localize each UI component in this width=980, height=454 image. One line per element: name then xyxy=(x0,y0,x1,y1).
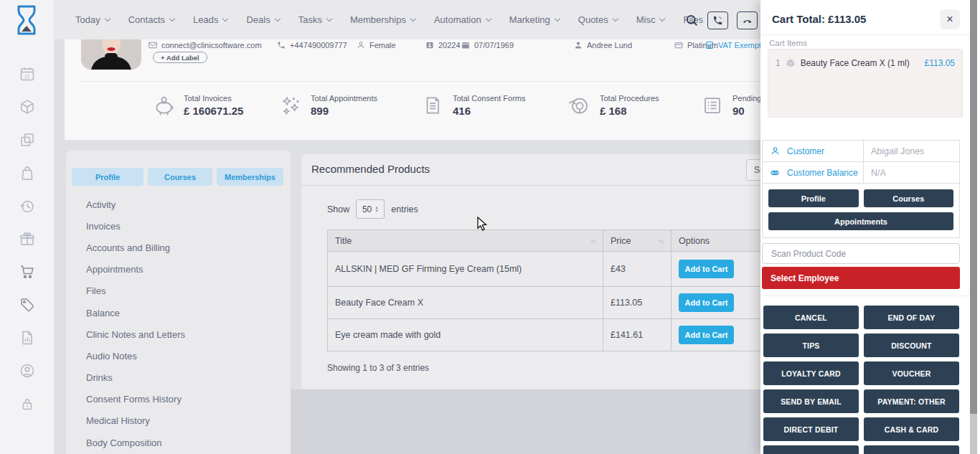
history-icon[interactable] xyxy=(19,197,36,214)
stat-value: 899 xyxy=(311,105,377,117)
hangup-button[interactable] xyxy=(737,11,758,29)
end-of-day-button[interactable]: END OF DAY xyxy=(864,306,959,329)
window-scrollbar[interactable] xyxy=(970,0,977,454)
menu-item-consent-forms-history[interactable]: Consent Forms History xyxy=(66,389,291,410)
shopping-bag-icon[interactable] xyxy=(19,164,36,181)
svg-text:12: 12 xyxy=(24,74,30,79)
entries-label: entries xyxy=(391,204,418,214)
send-by-email-button[interactable]: SEND BY EMAIL xyxy=(763,389,859,413)
cart-item-name: Beauty Face Cream X (1 ml) xyxy=(801,58,920,68)
tips-button[interactable]: TIPS xyxy=(763,334,859,357)
customer-balance-row[interactable]: Customer Balance N/A xyxy=(763,162,959,184)
report-icon[interactable] xyxy=(19,329,36,346)
direct-debit-button[interactable]: DIRECT DEBIT xyxy=(763,417,859,441)
tab-profile[interactable]: Profile xyxy=(72,168,143,186)
sort-icon[interactable]: ↑↓ xyxy=(659,237,664,245)
icon-sidebar: 12 xyxy=(0,0,54,454)
nav-automation[interactable]: Automation xyxy=(434,14,491,25)
tag-icon[interactable] xyxy=(19,296,36,313)
cart-courses-button[interactable]: Courses xyxy=(864,189,954,207)
app-logo[interactable] xyxy=(12,4,41,36)
product-title: Beauty Face Cream X xyxy=(328,287,603,318)
nav-misc[interactable]: Misc xyxy=(636,14,665,25)
search-icon[interactable] xyxy=(685,14,699,27)
nav-marketing[interactable]: Marketing xyxy=(509,14,560,25)
product-price: £141.61 xyxy=(603,319,672,351)
calendar-icon[interactable]: 12 xyxy=(19,65,36,82)
nav-quotes[interactable]: Quotes xyxy=(578,14,618,25)
column-title[interactable]: Title↑↓ xyxy=(328,230,603,251)
add-to-cart-button[interactable]: Add to Cart xyxy=(679,293,734,312)
page-size-select[interactable]: 50 ▲▼ xyxy=(356,199,385,219)
menu-item-activity[interactable]: Activity xyxy=(66,194,291,215)
sort-icon[interactable]: ↑↓ xyxy=(590,237,595,245)
cube-icon[interactable] xyxy=(19,98,36,115)
scan-product-code-input[interactable] xyxy=(762,243,960,264)
page-size-row: Show 50 ▲▼ entries xyxy=(327,199,418,219)
customer-row[interactable]: Customer Abigail Jones xyxy=(763,141,959,162)
cart-divider xyxy=(760,34,970,35)
menu-item-medical-history[interactable]: Medical History xyxy=(66,410,291,432)
phone-icon xyxy=(277,41,286,49)
cart-item[interactable]: 1 Beauty Face Cream X (1 ml) £113.05 xyxy=(768,49,962,68)
menu-item-audio-notes[interactable]: Audio Notes xyxy=(66,345,291,366)
menu-item-files[interactable]: Files xyxy=(66,280,291,302)
cash-and-card-button[interactable]: CASH & CARD xyxy=(864,417,959,441)
menu-item-drinks[interactable]: Drinks xyxy=(66,367,291,389)
cart-appointments-button[interactable]: Appointments xyxy=(768,212,953,230)
cart-item-qty: 1 xyxy=(776,58,781,68)
column-price[interactable]: Price↑↓ xyxy=(603,230,672,251)
cart-action-button-partial[interactable] xyxy=(763,445,859,454)
cart-icon[interactable] xyxy=(19,263,36,280)
payment-other-button[interactable]: PAYMENT: OTHER xyxy=(864,389,959,413)
gift-icon[interactable] xyxy=(19,230,36,247)
menu-item-body-composition[interactable]: Body Composition xyxy=(66,432,291,453)
chevron-down-icon xyxy=(274,15,280,21)
product-price: £113.05 xyxy=(603,287,672,318)
cart-action-button-partial[interactable] xyxy=(864,445,959,454)
customer-balance-label: Customer Balance xyxy=(787,162,863,183)
customer-value[interactable]: Abigail Jones xyxy=(863,141,959,161)
tab-memberships[interactable]: Memberships xyxy=(217,168,283,186)
nav-memberships[interactable]: Memberships xyxy=(350,14,415,25)
panel-title: Recommended Products xyxy=(311,163,430,175)
nav-tasks[interactable]: Tasks xyxy=(298,14,331,25)
select-employee-button[interactable]: Select Employee xyxy=(762,267,960,289)
menu-item-invoices[interactable]: Invoices xyxy=(66,215,291,237)
account-icon[interactable] xyxy=(19,362,36,379)
stat-value: 90 xyxy=(732,105,761,117)
voucher-button[interactable]: VOUCHER xyxy=(864,361,959,385)
menu-item-accounts-and-billing[interactable]: Accounts and Billing xyxy=(66,237,291,258)
lock-icon[interactable] xyxy=(19,395,36,412)
tab-courses[interactable]: Courses xyxy=(148,168,212,186)
scrollbar-thumb[interactable] xyxy=(970,0,977,414)
copy-icon[interactable] xyxy=(19,131,36,148)
add-label-button[interactable]: + Add Label xyxy=(153,52,207,63)
phone-down-icon xyxy=(742,15,753,27)
cart-total: Cart Total: £113.05 xyxy=(772,13,866,25)
customer-subnav-panel: Profile Courses Memberships Activity Inv… xyxy=(66,151,291,454)
app-window: Today Contacts Leads Deals Tasks Members… xyxy=(0,0,980,454)
cancel-button[interactable]: CANCEL xyxy=(763,306,859,329)
menu-item-clinic-notes[interactable]: Clinic Notes and Letters xyxy=(66,323,291,345)
close-icon[interactable]: × xyxy=(940,9,960,29)
discount-button[interactable]: DISCOUNT xyxy=(864,334,959,357)
cart-profile-button[interactable]: Profile xyxy=(768,189,859,207)
stat-value: £ 168 xyxy=(600,105,659,117)
menu-item-appointments[interactable]: Appointments xyxy=(66,259,291,280)
stat-value: 416 xyxy=(453,105,525,117)
chevron-down-icon xyxy=(104,15,110,21)
call-button[interactable] xyxy=(707,11,728,29)
add-to-cart-button[interactable]: Add to Cart xyxy=(679,260,734,278)
stat-total-invoices: Total Invoices£ 160671.25 xyxy=(153,94,243,117)
customer-shortcut-buttons: Profile Courses Appointments xyxy=(763,184,959,236)
nav-contacts[interactable]: Contacts xyxy=(128,14,174,25)
add-to-cart-button[interactable]: Add to Cart xyxy=(679,326,734,344)
nav-today[interactable]: Today xyxy=(75,14,110,25)
menu-item-balance[interactable]: Balance xyxy=(66,302,291,323)
nav-deals[interactable]: Deals xyxy=(246,14,279,25)
checklist-icon xyxy=(702,95,723,116)
nav-leads[interactable]: Leads xyxy=(193,14,227,25)
loyalty-card-button[interactable]: LOYALTY CARD xyxy=(763,361,859,385)
chevron-down-icon xyxy=(326,15,332,21)
